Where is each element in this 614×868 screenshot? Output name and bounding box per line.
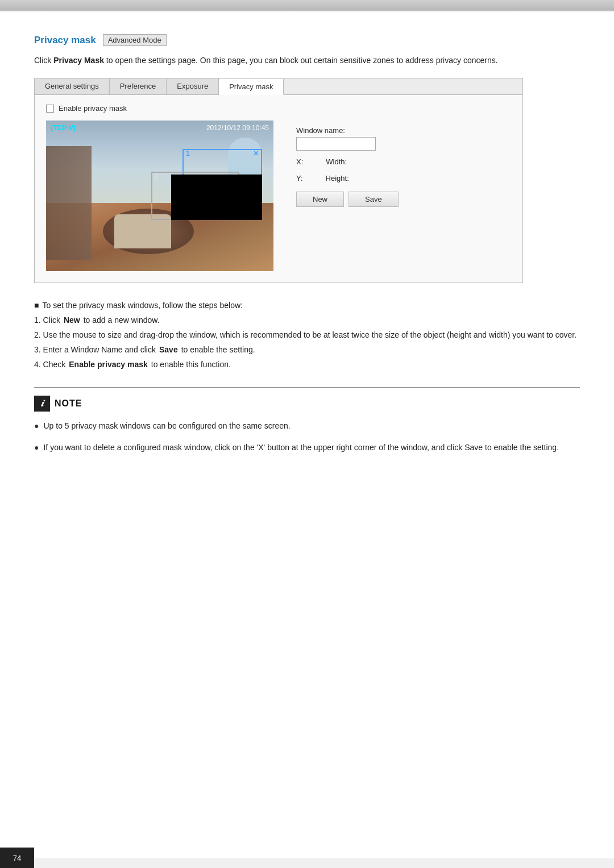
- advanced-mode-badge: Advanced Mode: [103, 34, 167, 46]
- ui-panel: General settings Preference Exposure Pri…: [34, 78, 523, 283]
- step-3: 3. Enter a Window Name and click Save to…: [34, 343, 580, 357]
- step-1-num: 1. Click: [34, 314, 60, 327]
- step-4-bold: Enable privacy mask: [69, 358, 148, 372]
- section-title: Privacy mask: [34, 35, 96, 46]
- steps-section: ■ To set the privacy mask windows, follo…: [34, 299, 580, 371]
- step-3-text-before: 3. Enter a Window Name and click: [34, 343, 156, 357]
- xy-row: X: Width:: [296, 157, 505, 166]
- content-area: Privacy mask Advanced Mode Click Privacy…: [0, 11, 614, 858]
- camera-feed: (TCP-V) 2012/10/12 09:10:45 1 ✕ 2 ✕: [46, 121, 273, 271]
- page-heading: Privacy mask Advanced Mode: [34, 34, 580, 46]
- note-section: 𝒊 NOTE ● Up to 5 privacy mask windows ca…: [34, 387, 580, 455]
- height-item: Height:: [326, 174, 349, 182]
- description-text: Click Privacy Mask to open the settings …: [34, 54, 580, 67]
- enable-checkbox[interactable]: [46, 105, 54, 113]
- buttons-row: New Save: [296, 192, 505, 207]
- step-2-num: 2. Use the mouse to size and drag-drop t…: [34, 329, 576, 342]
- note-icon: 𝒊: [34, 396, 50, 412]
- step-3-text-after: to enable the setting.: [181, 343, 255, 357]
- note-item-1: ● Up to 5 privacy mask windows can be co…: [34, 420, 580, 433]
- step-3-bold: Save: [159, 343, 178, 357]
- new-button[interactable]: New: [296, 192, 344, 207]
- bullet-intro: ■ To set the privacy mask windows, follo…: [34, 299, 580, 313]
- note-title: NOTE: [55, 398, 82, 409]
- mask2-label: 2: [155, 172, 159, 180]
- desc-bold-1: Privacy Mask: [53, 56, 104, 65]
- window-name-label: Window name:: [296, 126, 505, 135]
- x-item: X:: [296, 157, 303, 166]
- window-name-group: Window name:: [296, 126, 505, 151]
- note-header: 𝒊 NOTE: [34, 396, 580, 412]
- enable-row: Enable privacy mask: [46, 104, 511, 113]
- note-text-2: If you want to delete a configured mask …: [43, 441, 559, 455]
- top-bar: [0, 0, 614, 10]
- controls-panel: Window name: X: Width: Y:: [285, 121, 511, 213]
- x-label: X:: [296, 157, 303, 166]
- tab-content: Enable privacy mask (TCP-V) 2012/10/12 0…: [35, 95, 522, 283]
- tab-exposure[interactable]: Exposure: [167, 78, 219, 94]
- step-4-text-before: 4. Check: [34, 358, 65, 372]
- mask1-close-icon[interactable]: ✕: [253, 149, 259, 157]
- tab-general-settings[interactable]: General settings: [35, 78, 110, 94]
- stairs: [46, 146, 92, 260]
- note-item-2: ● If you want to delete a configured mas…: [34, 441, 580, 455]
- y-label: Y:: [296, 174, 303, 182]
- note-bullet-2: ●: [34, 441, 39, 455]
- desc-text-2: to open the settings page. On this page,…: [104, 56, 498, 65]
- y-item: Y:: [296, 174, 303, 182]
- tab-privacy-mask[interactable]: Privacy mask: [219, 79, 284, 95]
- step-1-bold: New: [64, 314, 80, 327]
- step-1: 1. Click New to add a new window.: [34, 314, 580, 327]
- step-4-text-after: to enable this function.: [151, 358, 231, 372]
- tab-bar: General settings Preference Exposure Pri…: [35, 78, 522, 95]
- bullet-text: To set the privacy mask windows, follow …: [42, 299, 243, 313]
- width-item: Width:: [326, 157, 347, 166]
- step-4: 4. Check Enable privacy mask to enable t…: [34, 358, 580, 372]
- page-number: 74: [0, 848, 34, 868]
- note-text-1: Up to 5 privacy mask windows can be conf…: [43, 420, 290, 433]
- desc-text-1: Click: [34, 56, 53, 65]
- step-1-text: to add a new window.: [84, 314, 160, 327]
- mask1-label: 1: [186, 149, 190, 157]
- enable-label: Enable privacy mask: [59, 104, 127, 113]
- camera-timestamp: 2012/10/12 09:10:45: [206, 124, 269, 132]
- note-bullet-1: ●: [34, 420, 39, 433]
- camera-section: (TCP-V) 2012/10/12 09:10:45 1 ✕ 2 ✕: [46, 121, 511, 271]
- width-label: Width:: [326, 157, 347, 166]
- tab-preference[interactable]: Preference: [110, 78, 167, 94]
- step-2: 2. Use the mouse to size and drag-drop t…: [34, 329, 580, 342]
- y-row: Y: Height:: [296, 174, 505, 182]
- bullet-symbol: ■: [34, 299, 39, 313]
- mask-fill-1: [171, 175, 262, 220]
- window-name-input[interactable]: [296, 137, 376, 151]
- pencil-icon: 𝒊: [41, 398, 43, 409]
- height-label: Height:: [326, 174, 349, 182]
- save-button[interactable]: Save: [349, 192, 399, 207]
- camera-label: (TCP-V): [51, 124, 76, 132]
